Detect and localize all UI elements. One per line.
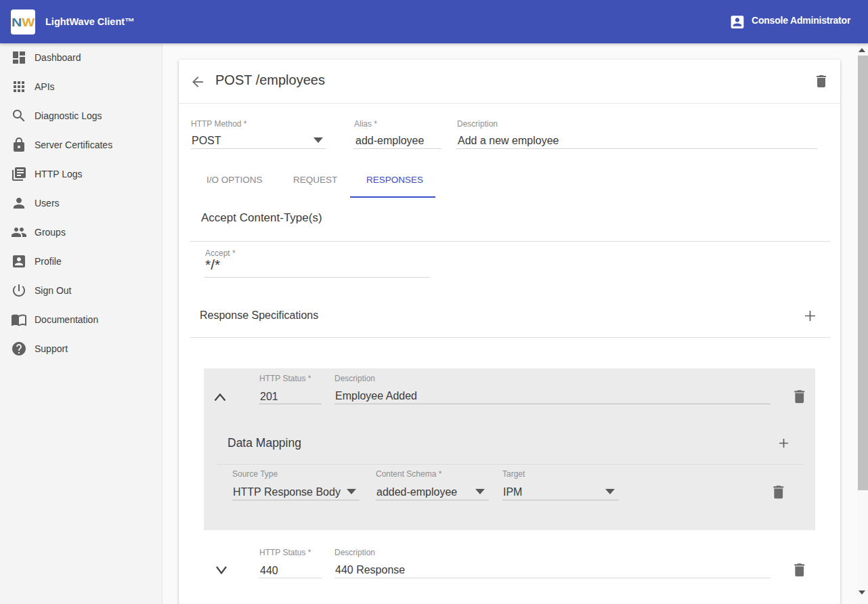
svg-text:W: W <box>22 16 35 28</box>
svg-text:N: N <box>12 16 22 28</box>
